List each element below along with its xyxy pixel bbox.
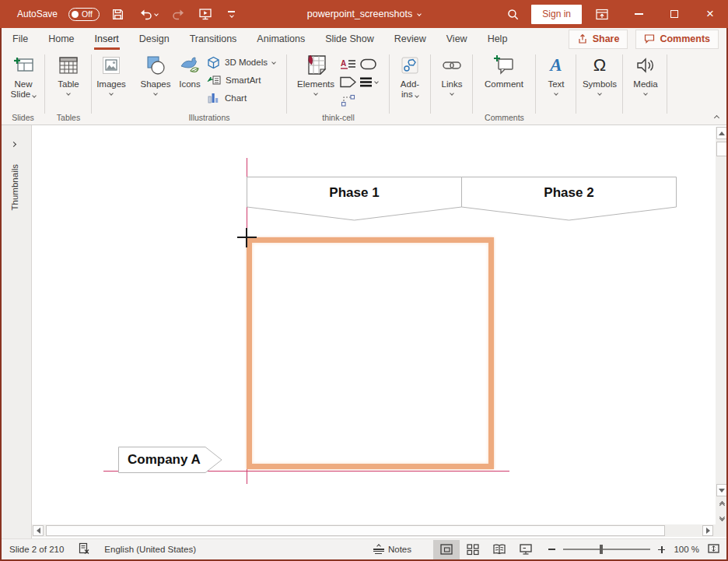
- previous-slide-button[interactable]: [717, 500, 726, 510]
- tab-animations[interactable]: Animations: [247, 28, 315, 50]
- thumbnails-panel[interactable]: Thumbnails: [0, 125, 32, 538]
- slide-sorter-button[interactable]: [460, 540, 486, 559]
- elements-label: Elements: [297, 79, 334, 89]
- icons-button[interactable]: Icons: [174, 51, 205, 89]
- slideshow-view-button[interactable]: [513, 540, 539, 559]
- close-button[interactable]: ×: [692, 0, 728, 28]
- save-icon[interactable]: [110, 7, 126, 21]
- start-slideshow-icon[interactable]: [198, 7, 213, 21]
- phase2-banner[interactable]: Phase 2: [461, 177, 677, 221]
- symbols-label: Symbols: [583, 79, 617, 89]
- symbols-button[interactable]: Ω Symbols: [581, 51, 618, 95]
- proofing-icon[interactable]: [78, 542, 90, 556]
- title-dropdown-icon[interactable]: [417, 12, 422, 16]
- slide-indicator[interactable]: Slide 2 of 210: [9, 545, 64, 554]
- qat-customize-icon[interactable]: [224, 7, 240, 21]
- table-label: Table: [58, 79, 79, 89]
- zoom-in-button[interactable]: [658, 546, 665, 553]
- chevron-down-icon: [450, 91, 454, 96]
- smartart-button[interactable]: SmartArt: [207, 72, 261, 88]
- media-button[interactable]: Media: [628, 51, 663, 95]
- icons-icon: [178, 51, 201, 79]
- group-comments: Comment Comments: [474, 50, 535, 124]
- reading-view-button[interactable]: [486, 540, 513, 559]
- harvey-lines-icon: [359, 76, 373, 88]
- zoom-out-button[interactable]: [548, 549, 555, 550]
- scroll-down-button[interactable]: [716, 484, 727, 496]
- horizontal-scrollbar[interactable]: [32, 524, 716, 537]
- agenda-button[interactable]: A: [341, 56, 356, 72]
- undo-dropdown-icon[interactable]: [155, 12, 159, 16]
- chevron-down-icon: [33, 93, 37, 98]
- chart-button[interactable]: Chart: [207, 90, 247, 106]
- table-button[interactable]: Table: [51, 51, 86, 95]
- language-indicator[interactable]: English (United States): [104, 545, 196, 554]
- harvey-lines-button[interactable]: [359, 74, 378, 89]
- minimize-button[interactable]: [621, 0, 656, 28]
- tab-file[interactable]: File: [0, 28, 38, 50]
- normal-view-button[interactable]: [433, 540, 460, 559]
- horizontal-scroll-thumb[interactable]: [46, 525, 665, 536]
- tab-slide-show[interactable]: Slide Show: [315, 28, 384, 50]
- zoom-slider[interactable]: [563, 549, 650, 550]
- add-ins-button[interactable]: Add-ins: [395, 51, 425, 100]
- icons-label: Icons: [179, 79, 201, 89]
- title-bar: AutoSave Off powerpo: [0, 0, 728, 28]
- chevron-down-icon: [153, 91, 158, 96]
- text-button[interactable]: A Text: [542, 51, 570, 95]
- vertical-scroll-thumb[interactable]: [716, 142, 727, 156]
- tab-help[interactable]: Help: [478, 28, 518, 50]
- drawing-rectangle[interactable]: [247, 237, 494, 469]
- 3d-models-button[interactable]: 3D Models: [207, 54, 275, 70]
- group-separator: [44, 54, 45, 114]
- sign-in-button[interactable]: Sign in: [531, 5, 582, 24]
- share-button[interactable]: Share: [569, 30, 628, 49]
- up-arrow-icon: [719, 131, 725, 135]
- chevron-down-icon: [271, 60, 276, 65]
- tab-view[interactable]: View: [436, 28, 478, 50]
- expand-thumbnails-icon[interactable]: [11, 142, 16, 147]
- company-a-shape[interactable]: Company A: [118, 447, 222, 473]
- chevron-down-icon: [643, 91, 648, 96]
- window-border: [0, 28, 2, 561]
- tab-transitions[interactable]: Transitions: [180, 28, 247, 50]
- tab-insert[interactable]: Insert: [85, 28, 129, 50]
- collapse-ribbon-icon[interactable]: [714, 115, 719, 121]
- scroll-right-button[interactable]: [702, 525, 713, 536]
- ribbon-options-icon[interactable]: [594, 7, 610, 21]
- group-label-slides: Slides: [2, 113, 44, 122]
- tab-review[interactable]: Review: [384, 28, 436, 50]
- rounded-rectangle-button[interactable]: [360, 56, 376, 72]
- phase1-banner[interactable]: Phase 1: [247, 177, 462, 221]
- 3d-models-label: 3D Models: [225, 58, 268, 67]
- undo-icon[interactable]: [137, 7, 160, 21]
- tab-design[interactable]: Design: [129, 28, 180, 50]
- elements-button[interactable]: Elements: [294, 51, 338, 95]
- zoom-slider-thumb[interactable]: [600, 545, 603, 554]
- group-symbols: Ω Symbols: [577, 50, 622, 124]
- tab-home[interactable]: Home: [38, 28, 84, 50]
- scroll-up-button[interactable]: [716, 127, 727, 139]
- maximize-button[interactable]: [656, 0, 692, 28]
- shapes-button[interactable]: Shapes: [137, 51, 174, 95]
- new-slide-button[interactable]: New Slide: [5, 51, 41, 100]
- document-title[interactable]: powerpoint_screenshots: [307, 9, 413, 19]
- autosave-toggle[interactable]: Off: [68, 8, 100, 21]
- links-icon: [440, 51, 464, 79]
- comment-button[interactable]: Comment: [480, 51, 528, 89]
- notes-button[interactable]: Notes: [373, 545, 411, 555]
- search-icon[interactable]: [505, 7, 520, 21]
- ribbon-tab-bar: File Home Insert Design Transitions Anim…: [0, 28, 728, 50]
- connector-button[interactable]: [341, 92, 356, 107]
- scroll-left-button[interactable]: [33, 525, 44, 536]
- pentagon-icon: [340, 76, 356, 88]
- links-button[interactable]: Links: [436, 51, 467, 95]
- thumbnails-label[interactable]: Thumbnails: [10, 164, 19, 210]
- next-slide-button[interactable]: [717, 513, 726, 523]
- images-button[interactable]: Images: [93, 51, 130, 95]
- fit-window-button[interactable]: [707, 542, 720, 556]
- pentagon-button[interactable]: [340, 74, 356, 89]
- zoom-level[interactable]: 100 %: [665, 545, 699, 554]
- comments-button[interactable]: Comments: [635, 30, 719, 49]
- slide-canvas[interactable]: Phase 1 Phase 2 Company A: [32, 127, 716, 523]
